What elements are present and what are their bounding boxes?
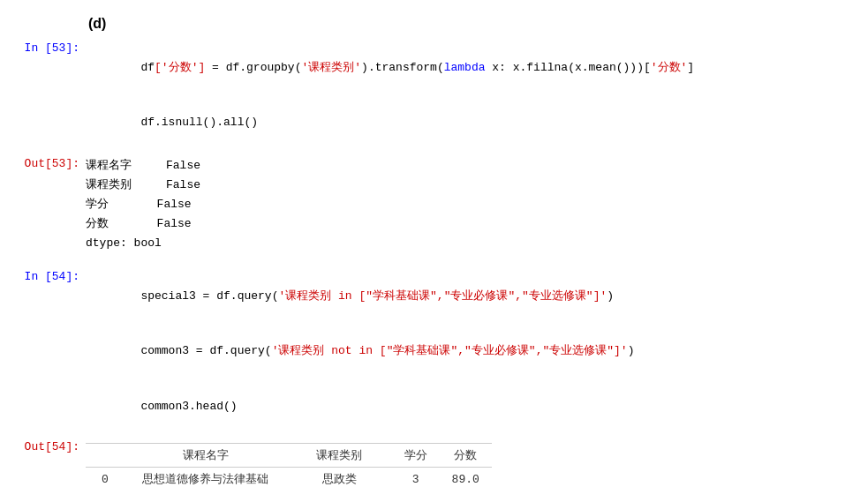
- table-row: 0思想道德修养与法律基础思政类389.0: [86, 468, 492, 487]
- in54-line3: common3.head(): [86, 379, 868, 434]
- out53-label: Out[53]:: [0, 156, 84, 253]
- in53-label: In [53]:: [0, 41, 84, 151]
- in53-code1: df['分数'] = df.groupby('课程类别').transform(…: [140, 61, 694, 74]
- cell-in53: In [53]: df['分数'] = df.groupby('课程类别').t…: [0, 41, 868, 151]
- col-index: [86, 444, 125, 468]
- table-cell: 89.0: [440, 468, 492, 487]
- in54-bracket: In [54]:: [25, 270, 79, 283]
- in54-label: In [54]:: [0, 269, 84, 434]
- page-container: (d) In [53]: df['分数'] = df.groupby('课程类别…: [0, 0, 868, 487]
- in53-line2: df.isnull().all(): [86, 95, 868, 150]
- in53-line1: df['分数'] = df.groupby('课程类别').transform(…: [86, 41, 868, 95]
- cell-in54: In [54]: special3 = df.query('课程类别 in ["…: [0, 269, 868, 434]
- table-cell: 思政类: [287, 468, 392, 487]
- in54-line2: common3 = df.query('课程类别 not in ["学科基础课"…: [86, 325, 868, 379]
- table-header-row: 课程名字 课程类别 学分 分数: [86, 444, 492, 468]
- result-table: 课程名字 课程类别 学分 分数 0思想道德修养与法律基础思政类389.05中国近…: [86, 443, 492, 487]
- col-score: 分数: [440, 444, 492, 468]
- table-cell: 思想道德修养与法律基础: [125, 468, 287, 487]
- cell-out54: Out[54]: 课程名字 课程类别 学分 分数 0思想道德修养与法律基础思政类…: [0, 439, 868, 487]
- table-cell: 0: [86, 468, 125, 487]
- in54-content: special3 = df.query('课程类别 in ["学科基础课","专…: [84, 269, 868, 434]
- in54-line1: special3 = df.query('课程类别 in ["学科基础课","专…: [86, 269, 868, 324]
- col-credits: 学分: [392, 444, 440, 468]
- out54-table-container: 课程名字 课程类别 学分 分数 0思想道德修养与法律基础思政类389.05中国近…: [84, 439, 868, 487]
- section-title: (d): [0, 9, 868, 41]
- in53-bracket: In [53]:: [25, 41, 79, 55]
- table-cell: 3: [392, 468, 440, 487]
- spacer1: [0, 258, 868, 269]
- in53-content: df['分数'] = df.groupby('课程类别').transform(…: [84, 41, 868, 151]
- cell-out53: Out[53]: 课程名字 False 课程类别 False 学分 False …: [0, 156, 868, 253]
- out53-text: 课程名字 False 课程类别 False 学分 False 分数 False …: [86, 156, 868, 253]
- col-course-name: 课程名字: [125, 444, 287, 468]
- col-course-type: 课程类别: [287, 444, 392, 468]
- out54-label: Out[54]:: [0, 439, 84, 487]
- out53-content: 课程名字 False 课程类别 False 学分 False 分数 False …: [84, 156, 868, 253]
